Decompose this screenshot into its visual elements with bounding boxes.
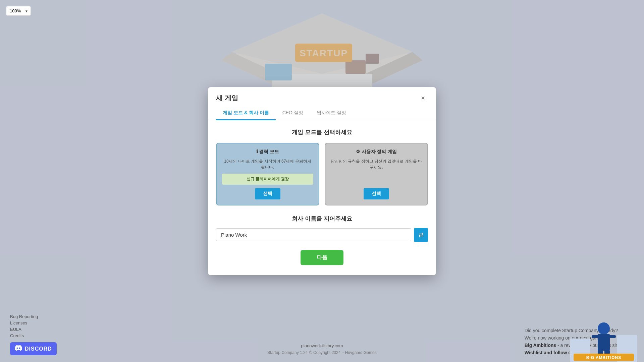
career-mode-title: ℹ 경력 모드: [256, 149, 279, 155]
career-mode-desc: 18세의 나이로 게임을 시작하여 67세에 은퇴하게 됩니다.: [222, 158, 313, 170]
mode-cards: ℹ 경력 모드 18세의 나이로 게임을 시작하여 67세에 은퇴하게 됩니다.…: [208, 143, 436, 205]
career-mode-card: ℹ 경력 모드 18세의 나이로 게임을 시작하여 67세에 은퇴하게 됩니다.…: [216, 143, 319, 205]
modal-tabs: 게임 모드 & 회사 이름 CEO 설정 웹사이트 설정: [208, 107, 436, 120]
tab-ceo[interactable]: CEO 설정: [276, 107, 310, 120]
modal-overlay: 새 게임 × 게임 모드 & 회사 이름 CEO 설정 웹사이트 설정 게임 모…: [0, 0, 644, 362]
modal-close-button[interactable]: ×: [418, 93, 428, 103]
zoom-select[interactable]: 50% 75% 100% 125% 150%: [6, 6, 31, 16]
tab-mode-company[interactable]: 게임 모드 & 회사 이름: [216, 107, 276, 120]
random-name-button[interactable]: ⇄: [414, 228, 428, 242]
career-select-button[interactable]: 선택: [255, 188, 280, 199]
modal-title: 새 게임: [216, 94, 238, 103]
custom-select-button[interactable]: 선택: [364, 188, 389, 199]
custom-mode-card: ⚙ 사용자 정의 게임 당신만의 규칙을 정하고 당신의 입맛대로 게임을 바꾸…: [325, 143, 428, 205]
modal-header: 새 게임 ×: [208, 87, 436, 103]
company-name-input[interactable]: [216, 228, 411, 241]
next-button-row: 다음: [208, 250, 436, 265]
company-section-title: 회사 이름을 지어주세요: [216, 215, 428, 223]
custom-mode-desc: 당신만의 규칙을 정하고 당신의 입맛대로 게임을 바꾸세요.: [331, 158, 422, 170]
zoom-control[interactable]: 50% 75% 100% 125% 150% ▼: [6, 6, 31, 16]
mode-section-title: 게임 모드를 선택하세요: [216, 128, 428, 136]
company-input-row: ⇄: [216, 228, 428, 242]
company-section: 회사 이름을 지어주세요 ⇄: [208, 215, 436, 242]
career-mode-badge: 신규 플레이어에게 권장: [222, 174, 313, 185]
new-game-modal: 새 게임 × 게임 모드 & 회사 이름 CEO 설정 웹사이트 설정 게임 모…: [208, 87, 436, 275]
next-button[interactable]: 다음: [301, 250, 343, 265]
tab-website[interactable]: 웹사이트 설정: [310, 107, 353, 120]
custom-mode-title: ⚙ 사용자 정의 게임: [356, 149, 397, 155]
